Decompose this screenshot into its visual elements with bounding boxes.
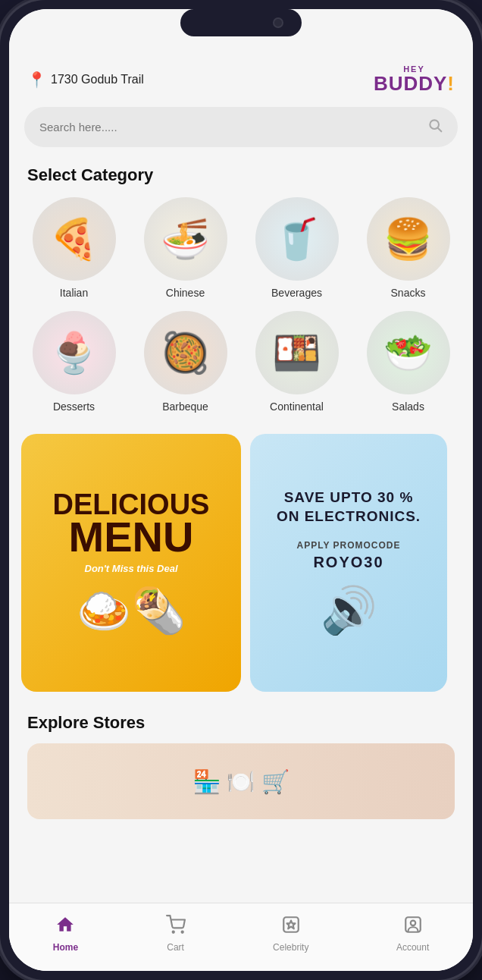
store-preview[interactable]: 🏪 🍽️ 🛒 [27, 743, 455, 819]
svg-point-3 [181, 931, 183, 932]
search-input[interactable] [39, 121, 420, 133]
camera-dot [273, 17, 283, 28]
category-item-barbeque[interactable]: 🥘 Barbeque [133, 311, 238, 413]
banners-section: DELICIOUS MENU Don't Miss this Deal 🍛🌯 S… [9, 428, 473, 707]
category-circle-snacks: 🍔 [367, 197, 450, 281]
store-preview-emoji: 🏪 🍽️ 🛒 [192, 768, 290, 795]
search-icon [427, 118, 443, 137]
snacks-label: Snacks [391, 287, 426, 299]
bottom-nav: Home Cart [9, 903, 473, 971]
category-item-beverages[interactable]: 🥤 Beverages [244, 197, 349, 299]
banner-device-emoji: 🔊 [321, 583, 377, 637]
continental-label: Continental [270, 400, 324, 413]
account-icon [403, 915, 423, 939]
search-bar[interactable] [24, 107, 458, 147]
category-circle-beverages: 🥤 [255, 197, 339, 281]
category-item-continental[interactable]: 🍱 Continental [244, 311, 349, 413]
nav-item-home[interactable]: Home [38, 909, 93, 959]
category-item-desserts[interactable]: 🍨 Desserts [21, 311, 127, 413]
nav-item-celebrity[interactable]: Celebrity [258, 909, 324, 959]
phone-screen: 📍 1730 Godub Trail HEY BUDDY! [9, 9, 473, 971]
italian-label: Italian [60, 287, 88, 299]
beverages-label: Beverages [271, 287, 322, 299]
notch [180, 9, 302, 36]
svg-rect-4 [283, 917, 299, 932]
nav-item-account[interactable]: Account [381, 909, 444, 959]
celebrity-nav-label: Celebrity [273, 942, 308, 953]
banner-electronics-text: SAVE UPTO 30 %ON ELECTRONICS. [277, 488, 421, 526]
svg-line-1 [438, 128, 442, 132]
category-grid: 🍕 Italian 🍜 Chinese 🥤 Beverages [9, 197, 473, 428]
cart-nav-label: Cart [167, 942, 184, 953]
category-circle-desserts: 🍨 [33, 311, 116, 394]
explore-section: Explore Stores 🏪 🍽️ 🛒 [9, 707, 473, 831]
logo-buddy-text: BUDDY! [374, 74, 455, 93]
location-text: 1730 Godub Trail [51, 73, 144, 86]
chinese-emoji: 🍜 [161, 216, 210, 262]
banner-food-emoji: 🍛🌯 [53, 585, 210, 636]
app-logo[interactable]: HEY BUDDY! [374, 65, 455, 93]
category-circle-italian: 🍕 [33, 197, 116, 281]
category-circle-salads: 🥗 [367, 311, 450, 394]
salads-label: Salads [392, 400, 424, 413]
category-item-salads[interactable]: 🥗 Salads [355, 311, 461, 413]
banner-promo-label: APPLY PROMOCODE [296, 540, 400, 551]
barbeque-label: Barbeque [162, 400, 208, 413]
home-nav-label: Home [53, 942, 78, 953]
category-item-italian[interactable]: 🍕 Italian [21, 197, 127, 299]
banner-menu-text: MENU [53, 516, 210, 558]
home-icon [55, 915, 75, 939]
explore-title: Explore Stores [27, 713, 455, 733]
banner-delicious-menu[interactable]: DELICIOUS MENU Don't Miss this Deal 🍛🌯 [21, 434, 241, 692]
banner-electronics[interactable]: SAVE UPTO 30 %ON ELECTRONICS. APPLY PROM… [250, 434, 447, 692]
svg-point-7 [410, 920, 415, 925]
category-item-chinese[interactable]: 🍜 Chinese [133, 197, 238, 299]
salads-emoji: 🥗 [383, 330, 433, 376]
location-pin-icon: 📍 [27, 71, 46, 89]
search-container [9, 101, 473, 159]
banner-promo-code: ROYO30 [313, 554, 383, 571]
snacks-emoji: 🍔 [383, 216, 433, 262]
location-row[interactable]: 📍 1730 Godub Trail [27, 71, 144, 89]
nav-item-cart[interactable]: Cart [151, 909, 201, 959]
category-circle-continental: 🍱 [255, 311, 339, 394]
category-circle-barbeque: 🥘 [144, 311, 227, 394]
header: 📍 1730 Godub Trail HEY BUDDY! [9, 55, 473, 101]
chinese-label: Chinese [166, 287, 205, 299]
phone-frame: 📍 1730 Godub Trail HEY BUDDY! [0, 0, 482, 980]
category-section-title: Select Category [9, 159, 473, 197]
cart-icon [166, 915, 186, 939]
continental-emoji: 🍱 [272, 330, 321, 376]
account-nav-label: Account [396, 942, 429, 953]
category-circle-chinese: 🍜 [144, 197, 227, 281]
screen-content[interactable]: 📍 1730 Godub Trail HEY BUDDY! [9, 9, 473, 971]
italian-emoji: 🍕 [49, 216, 99, 262]
desserts-emoji: 🍨 [49, 330, 99, 376]
category-item-snacks[interactable]: 🍔 Snacks [355, 197, 461, 299]
desserts-label: Desserts [53, 400, 95, 413]
svg-marker-5 [286, 920, 295, 928]
beverages-emoji: 🥤 [272, 216, 321, 262]
svg-point-2 [172, 931, 174, 932]
barbeque-emoji: 🥘 [161, 330, 210, 376]
celebrity-icon [281, 915, 301, 939]
banner-subtitle: Don't Miss this Deal [53, 563, 210, 574]
